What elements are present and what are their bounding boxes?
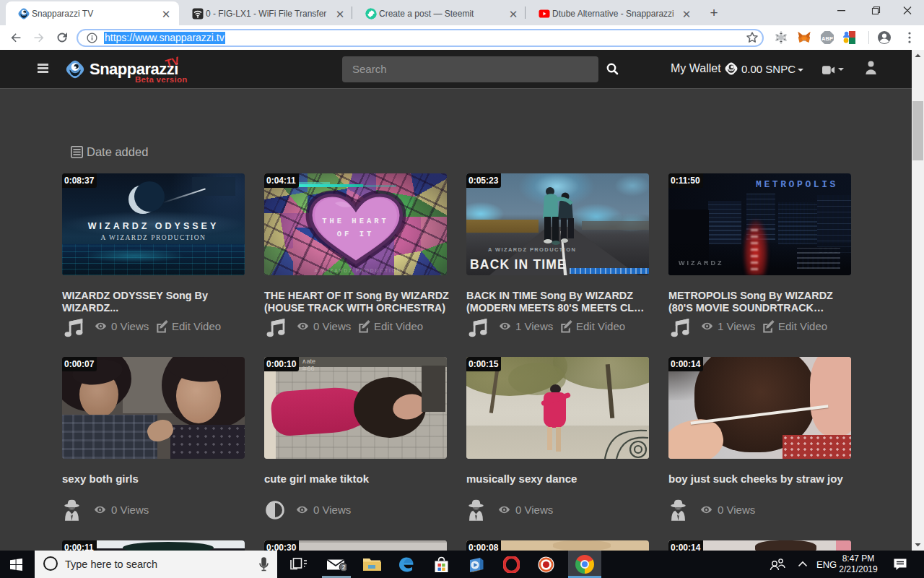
svg-text:ABP: ABP (821, 35, 833, 42)
svg-text:2: 2 (342, 564, 346, 571)
